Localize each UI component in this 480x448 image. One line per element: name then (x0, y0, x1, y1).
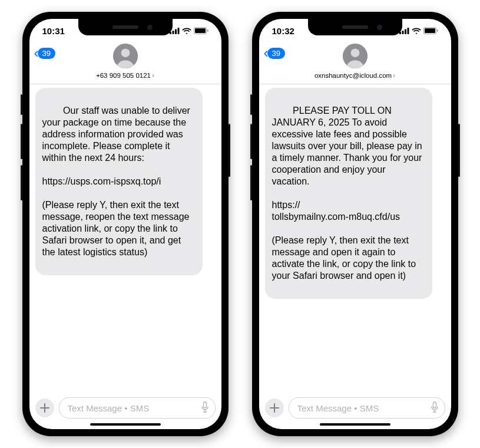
contact-name-button[interactable]: +63 909 505 0121 › (96, 71, 154, 80)
attach-button[interactable] (265, 398, 284, 417)
status-time: 10:31 (42, 26, 65, 36)
messages-area[interactable]: PLEASE PAY TOLL ON JANUARY 6, 2025 To av… (259, 84, 451, 394)
contact-name-button[interactable]: oxnshauntyc@icloud.com › (315, 71, 395, 80)
message-input[interactable]: Text Message • SMS (289, 397, 445, 419)
back-button[interactable]: ‹ 39 (264, 46, 285, 60)
wifi-icon (412, 28, 421, 34)
home-indicator-area (29, 422, 221, 429)
status-indicators (399, 27, 438, 34)
microphone-icon[interactable] (201, 401, 209, 415)
svg-rect-9 (203, 402, 206, 408)
battery-icon (194, 27, 208, 34)
message-input[interactable]: Text Message • SMS (59, 397, 216, 419)
chevron-right-icon: › (152, 71, 154, 80)
chevron-right-icon: › (393, 71, 395, 80)
conversation-header: ‹ 39 oxnshauntyc@icloud.com › (259, 42, 451, 84)
plus-icon (40, 403, 49, 413)
home-indicator-area (259, 422, 451, 429)
message-input-placeholder: Text Message • SMS (297, 403, 379, 413)
plus-icon (270, 403, 279, 413)
status-indicators (170, 27, 208, 34)
phone-frame: 10:32 ‹ 39 oxnshauntyc@icloud.com › PLE (252, 12, 458, 436)
wifi-icon (182, 28, 191, 34)
svg-rect-6 (207, 29, 208, 32)
message-input-placeholder: Text Message • SMS (68, 403, 150, 413)
microphone-icon[interactable] (431, 401, 439, 415)
svg-rect-12 (405, 29, 406, 34)
back-button[interactable]: ‹ 39 (34, 46, 55, 60)
conversation-header: ‹ 39 +63 909 505 0121 › (29, 42, 221, 84)
svg-rect-16 (437, 29, 438, 32)
compose-bar: Text Message • SMS (259, 394, 451, 422)
unread-badge: 39 (267, 48, 285, 59)
phone-screen: 10:32 ‹ 39 oxnshauntyc@icloud.com › PLE (259, 19, 451, 429)
compose-bar: Text Message • SMS (29, 394, 221, 422)
svg-rect-15 (425, 28, 435, 33)
message-text: Our staff was unable to deliver your pac… (42, 106, 193, 257)
svg-rect-3 (177, 28, 179, 34)
contact-name: +63 909 505 0121 (96, 72, 151, 79)
messages-area[interactable]: Our staff was unable to deliver your pac… (29, 84, 221, 394)
incoming-message-bubble[interactable]: PLEASE PAY TOLL ON JANUARY 6, 2025 To av… (265, 88, 432, 299)
contact-avatar[interactable] (343, 44, 368, 68)
svg-rect-19 (433, 402, 436, 408)
message-text: PLEASE PAY TOLL ON JANUARY 6, 2025 To av… (272, 106, 425, 281)
notch (308, 19, 402, 35)
unread-badge: 39 (38, 48, 55, 59)
phone-screen: 10:31 ‹ 39 +63 909 505 0121 › Our staff (29, 19, 221, 429)
svg-point-8 (121, 48, 130, 57)
svg-rect-11 (402, 31, 403, 34)
attach-button[interactable] (35, 398, 54, 417)
notch (78, 19, 173, 35)
svg-rect-1 (172, 31, 174, 34)
incoming-message-bubble[interactable]: Our staff was unable to deliver your pac… (35, 88, 203, 275)
svg-rect-2 (175, 29, 177, 34)
contact-name: oxnshauntyc@icloud.com (315, 72, 392, 79)
contact-avatar[interactable] (113, 44, 138, 68)
phone-frame: 10:31 ‹ 39 +63 909 505 0121 › Our staff (22, 12, 229, 436)
home-indicator[interactable] (320, 423, 390, 426)
svg-rect-5 (195, 28, 206, 33)
home-indicator[interactable] (90, 423, 161, 426)
battery-icon (423, 27, 438, 34)
svg-rect-13 (407, 28, 409, 34)
svg-point-18 (350, 48, 359, 57)
status-time: 10:32 (272, 26, 294, 36)
